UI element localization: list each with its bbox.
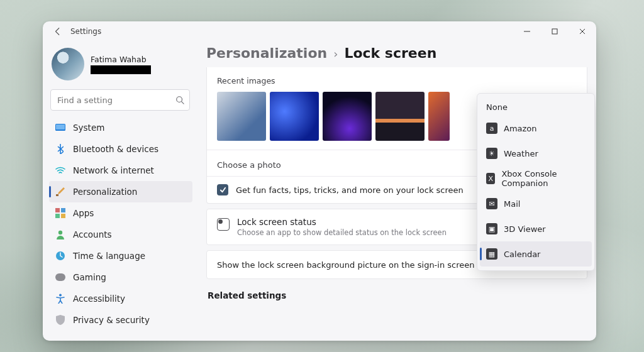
svg-rect-8 [61,214,65,218]
breadcrumb: Personalization › Lock screen [206,41,587,69]
search-icon [175,96,184,104]
sidebar-item-apps[interactable]: Apps [49,202,192,224]
status-app-icon [217,218,230,231]
bluetooth-icon [55,144,65,154]
flyout-item-label: Weather [504,149,538,158]
breadcrumb-current: Lock screen [344,45,436,61]
sidebar-item-privacy[interactable]: Privacy & security [49,309,192,331]
flyout-item-label: 3D Viewer [504,224,546,234]
flyout-item-none[interactable]: None [480,97,592,116]
flyout-item-mail[interactable]: ✉ Mail [480,191,592,216]
avatar [52,48,84,80]
sidebar-item-network[interactable]: Network & internet [49,160,192,181]
search-input[interactable] [57,96,175,105]
person-icon [55,229,65,239]
recent-image-thumb[interactable] [270,92,319,141]
profile-text: Fatima Wahab [91,55,151,74]
fun-facts-checkbox[interactable] [217,184,228,195]
profile-block[interactable]: Fatima Wahab [49,43,192,87]
recent-images-label: Recent images [207,67,587,88]
maximize-button[interactable] [541,21,569,41]
status-app-flyout: None a Amazon ☀ Weather X Xbox Console C… [477,93,595,271]
svg-point-12 [59,294,62,297]
recent-image-thumb[interactable] [217,92,266,141]
flyout-item-label: Amazon [504,124,537,133]
sidebar-item-label: Gaming [73,272,106,282]
flyout-item-xbox[interactable]: X Xbox Console Companion [480,166,592,191]
window-controls [513,21,596,41]
system-icon [55,123,65,133]
sidebar-item-label: Accessibility [73,294,125,304]
wifi-icon [55,165,65,175]
svg-rect-11 [55,273,65,281]
sidebar-item-label: System [73,123,104,133]
sidebar-nav: System Bluetooth & devices Network & int… [49,117,192,331]
sidebar-item-gaming[interactable]: Gaming [49,267,192,288]
amazon-app-icon: a [486,123,497,134]
gaming-icon [55,272,65,282]
shield-icon [55,315,65,325]
flyout-item-amazon[interactable]: a Amazon [480,116,592,141]
sidebar-item-label: Network & internet [73,165,154,175]
svg-rect-7 [55,214,60,218]
related-settings-header: Related settings [206,284,587,300]
sidebar-item-system[interactable]: System [49,117,192,138]
sidebar-item-accounts[interactable]: Accounts [49,224,192,245]
fun-facts-label: Get fun facts, tips, tricks, and more on… [236,185,464,195]
3dviewer-app-icon: ▣ [486,223,497,234]
status-title: Lock screen status [237,217,447,227]
sidebar-item-label: Apps [73,208,94,218]
check-icon [219,187,226,194]
weather-app-icon: ☀ [486,148,497,159]
flyout-item-label: Calendar [504,250,540,259]
sidebar-item-personalization[interactable]: Personalization [49,181,192,202]
svg-rect-0 [552,29,557,34]
flyout-item-label: Mail [504,199,520,209]
main-pane: Personalization › Lock screen Recent ima… [196,41,596,341]
sidebar: Fatima Wahab System Bluetooth & devices [43,41,196,341]
apps-icon [55,208,65,218]
svg-point-1 [177,97,182,102]
search-box[interactable] [50,89,190,111]
sidebar-item-label: Bluetooth & devices [73,144,158,154]
svg-rect-3 [56,124,65,129]
xbox-app-icon: X [486,173,495,184]
recent-image-thumb[interactable] [323,92,372,141]
sidebar-item-accessibility[interactable]: Accessibility [49,288,192,309]
titlebar: Settings [43,21,596,41]
back-button[interactable] [49,23,67,40]
svg-rect-5 [55,208,60,212]
recent-image-thumb[interactable] [375,92,425,141]
sidebar-item-label: Time & language [73,251,145,261]
close-icon [579,28,586,35]
recent-image-thumb[interactable] [428,92,450,141]
sidebar-item-label: Accounts [73,229,112,239]
minimize-button[interactable] [513,21,541,41]
breadcrumb-parent[interactable]: Personalization [206,45,327,61]
close-button[interactable] [569,21,596,41]
mail-app-icon: ✉ [486,198,497,209]
calendar-app-icon: ▦ [486,248,497,260]
sidebar-item-label: Privacy & security [73,315,150,325]
flyout-item-weather[interactable]: ☀ Weather [480,141,592,166]
minimize-icon [524,28,530,35]
signin-picture-label: Show the lock screen background picture … [217,260,475,270]
profile-name: Fatima Wahab [91,55,151,64]
sidebar-item-time-language[interactable]: Time & language [49,245,192,267]
status-subtitle: Choose an app to show detailed status on… [237,228,447,237]
chevron-right-icon: › [333,47,338,60]
svg-point-9 [58,231,62,234]
globe-clock-icon [55,251,65,261]
window-title: Settings [70,27,101,36]
svg-rect-6 [61,208,65,212]
accessibility-icon [55,294,65,304]
maximize-icon [552,28,558,35]
paintbrush-icon [55,187,65,197]
sidebar-item-bluetooth[interactable]: Bluetooth & devices [49,138,192,160]
sidebar-item-label: Personalization [73,187,137,197]
arrow-left-icon [53,27,62,36]
flyout-item-3dviewer[interactable]: ▣ 3D Viewer [480,216,592,241]
profile-email-redacted [91,65,151,74]
flyout-item-label: Xbox Console Companion [501,169,586,188]
flyout-item-calendar[interactable]: ▦ Calendar [480,241,592,267]
